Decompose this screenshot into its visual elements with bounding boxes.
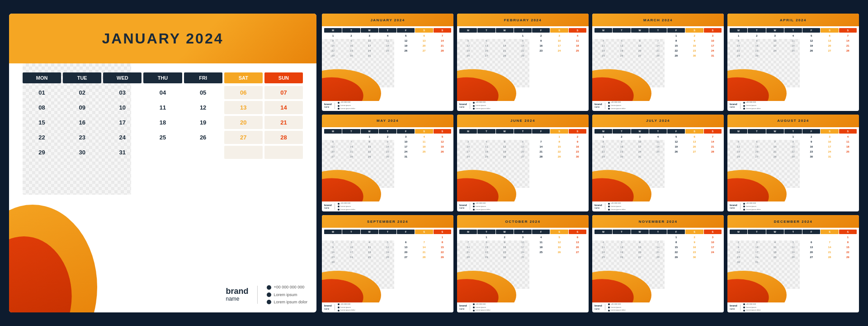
days-grid: 01 02 03 04 05 06 07 08 09 10 11 12 13 1… — [23, 86, 303, 159]
small-cal-jul-title: JULY 2024 — [646, 119, 670, 123]
small-days-hdr-feb: MTWTFSS — [459, 28, 586, 33]
small-cal-jul-header: JULY 2024 — [592, 115, 724, 127]
day-hdr-thu: THU — [143, 72, 182, 83]
small-cal-feb-footer: brandname +00 000 000 Lorem ipsum Lorem … — [457, 101, 589, 111]
contact-phone: +00 000 000 000 — [274, 283, 304, 291]
large-cal-title: JANUARY 2024 — [102, 30, 224, 47]
small-brand-jan: brandname — [324, 103, 332, 109]
day-24: 24 — [103, 131, 142, 144]
small-days-hdr-jan: M T W T F S S — [324, 28, 451, 33]
small-cal-oct-header: OCTOBER 2024 — [457, 215, 589, 228]
small-cal-sep-header: SEPTEMBER 2024 — [322, 215, 453, 228]
footer-divider — [257, 286, 258, 304]
small-calendars-grid: JANUARY 2024 M T W T F S S 1234567 89101… — [322, 14, 859, 312]
sh-t: T — [342, 28, 360, 33]
contact-email: Lorem ipsum — [274, 291, 297, 298]
small-cal-feb-header: FEBRUARY 2024 — [457, 14, 589, 26]
small-cal-may: MAY 2024 MTWTFSS 12345 6789101112 131415… — [322, 115, 453, 212]
small-cal-april: APRIL 2024 MTWTFSS 1234567 891011121314 … — [727, 14, 859, 111]
small-cal-jan-header: JANUARY 2024 — [322, 14, 453, 26]
large-cal-footer: brandname +00 000 000 000 Lorem ipsum Lo… — [226, 283, 307, 306]
day-28: 28 — [264, 131, 303, 144]
large-calendar-january: JANUARY 2024 MON TUE WED THU FRI SAT SUN… — [9, 14, 316, 312]
day-11: 11 — [143, 101, 182, 114]
small-cal-october: OCTOBER 2024 MTWTFSS 123456 78910111213 … — [457, 215, 589, 312]
small-contact-jan: +00 000 000 Lorem ipsum Lorem ipsum dolo… — [338, 101, 355, 110]
small-cal-mar-title: MARCH 2024 — [643, 18, 673, 22]
small-cal-september: SEPTEMBER 2024 MTWTFSS 1 2345678 9101112… — [322, 215, 453, 312]
contact-address-row: Lorem ipsum dolor — [267, 298, 307, 306]
day-empty-1 — [143, 146, 182, 159]
day-03: 03 — [103, 86, 142, 99]
sh-f: F — [397, 28, 415, 33]
day-13: 13 — [224, 101, 263, 114]
day-05: 05 — [184, 86, 222, 99]
small-cal-jun-title: JUNE 2024 — [510, 119, 535, 123]
day-23: 23 — [63, 131, 101, 144]
small-cal-nov-title: NOVEMBER 2024 — [639, 220, 678, 224]
day-15: 15 — [23, 116, 61, 129]
small-cal-march: MARCH 2024 MTWTFSS 123 45678910 11121314… — [592, 14, 724, 111]
small-cal-jan-footer: brandname +00 000 000 Lorem ipsum Lorem … — [322, 101, 453, 111]
small-cal-feb-image — [457, 39, 529, 87]
email-icon — [267, 292, 271, 297]
day-08: 08 — [23, 101, 61, 114]
day-06: 06 — [224, 86, 263, 99]
day-30: 30 — [63, 146, 101, 159]
small-cal-dec-header: DECEMBER 2024 — [727, 215, 859, 228]
day-31: 31 — [103, 146, 142, 159]
small-cal-november: NOVEMBER 2024 MTWTFSS 123 45678910 11121… — [592, 215, 724, 312]
contact-info: +00 000 000 000 Lorem ipsum Lorem ipsum … — [267, 283, 307, 306]
small-cal-may-title: MAY 2024 — [377, 119, 399, 123]
small-cal-mar-header: MARCH 2024 — [592, 14, 724, 26]
address-icon — [267, 300, 271, 304]
small-cal-jan-body: M T W T F S S 1234567 891011121314 15161… — [322, 26, 453, 101]
day-27: 27 — [224, 131, 263, 144]
day-empty-4 — [264, 146, 303, 159]
sh-m: M — [324, 28, 342, 33]
small-cal-sep-title: SEPTEMBER 2024 — [367, 220, 408, 224]
day-19: 19 — [184, 116, 222, 129]
small-cal-mar-body: MTWTFSS 123 45678910 11121314151617 1819… — [592, 26, 724, 101]
small-cal-oct-title: OCTOBER 2024 — [505, 220, 541, 224]
day-20: 20 — [224, 116, 263, 129]
small-cal-nov-header: NOVEMBER 2024 — [592, 215, 724, 228]
small-cal-jan-title: JANUARY 2024 — [370, 18, 405, 22]
day-21: 21 — [264, 116, 303, 129]
day-04: 04 — [143, 86, 182, 99]
small-cal-aug-title: AUGUST 2024 — [777, 119, 809, 123]
sh-sa: S — [415, 28, 433, 33]
small-cal-august: AUGUST 2024 MTWTFSS 1234 567891011 12131… — [727, 115, 859, 212]
days-header: MON TUE WED THU FRI SAT SUN — [23, 72, 303, 83]
small-cal-apr-header: APRIL 2024 — [727, 14, 859, 26]
day-25: 25 — [143, 131, 182, 144]
day-10: 10 — [103, 101, 142, 114]
large-cal-decoration — [9, 177, 136, 312]
day-hdr-mon: MON — [23, 72, 61, 83]
brand-name-sub: name — [226, 296, 248, 302]
day-22: 22 — [23, 131, 61, 144]
day-14: 14 — [264, 101, 303, 114]
day-hdr-wed: WED — [103, 72, 142, 83]
small-cal-jun-header: JUNE 2024 — [457, 115, 589, 127]
large-cal-body: MON TUE WED THU FRI SAT SUN 01 02 03 04 … — [9, 63, 316, 166]
small-cal-feb-title: FEBRUARY 2024 — [504, 18, 542, 22]
day-hdr-tue: TUE — [63, 72, 101, 83]
small-cal-july: JULY 2024 MTWTFSS 1234567 891011121314 1… — [592, 115, 724, 212]
contact-address: Lorem ipsum dolor — [274, 298, 307, 306]
day-07: 07 — [264, 86, 303, 99]
day-empty-2 — [184, 146, 222, 159]
day-26: 26 — [184, 131, 222, 144]
small-cal-may-header: MAY 2024 — [322, 115, 453, 127]
small-cal-aug-header: AUGUST 2024 — [727, 115, 859, 127]
brand-name: brandname — [226, 287, 248, 302]
main-container: JANUARY 2024 MON TUE WED THU FRI SAT SUN… — [0, 0, 868, 326]
day-hdr-fri: FRI — [184, 72, 222, 83]
day-hdr-sun: SUN — [264, 72, 303, 83]
sh-su: S — [434, 28, 451, 33]
day-09: 09 — [63, 101, 101, 114]
small-cal-january: JANUARY 2024 M T W T F S S 1234567 89101… — [322, 14, 453, 111]
contact-phone-row: +00 000 000 000 — [267, 283, 307, 291]
day-01: 01 — [23, 86, 61, 99]
small-cal-jan-image — [322, 39, 394, 87]
